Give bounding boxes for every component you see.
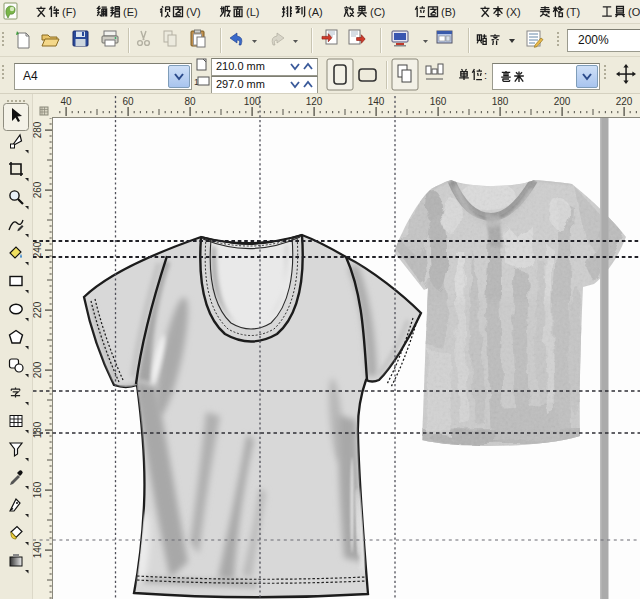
svg-text:60: 60	[122, 96, 134, 107]
svg-text:280: 280	[33, 121, 43, 138]
svg-text:160: 160	[430, 96, 447, 107]
svg-text:(C): (C)	[370, 6, 385, 18]
svg-text:180: 180	[33, 421, 43, 438]
svg-text:100: 100	[244, 96, 261, 107]
svg-text:(V): (V)	[186, 6, 201, 18]
svg-text:80: 80	[184, 96, 196, 107]
svg-text:240: 240	[33, 241, 43, 258]
svg-text:40: 40	[60, 96, 72, 107]
svg-text:(A): (A)	[308, 6, 323, 18]
svg-text:120: 120	[306, 96, 323, 107]
svg-text:220: 220	[33, 301, 43, 318]
svg-text:200: 200	[554, 96, 571, 107]
svg-text:(B): (B)	[441, 6, 456, 18]
svg-text:(L): (L)	[246, 6, 259, 18]
svg-text:160: 160	[33, 481, 43, 498]
svg-text:(E): (E)	[123, 6, 138, 18]
svg-text:180: 180	[492, 96, 509, 107]
svg-text:(T): (T)	[566, 6, 580, 18]
svg-text:220: 220	[616, 96, 633, 107]
svg-text:140: 140	[368, 96, 385, 107]
svg-text::: :	[484, 69, 487, 81]
svg-text:(F): (F)	[62, 6, 76, 18]
svg-text:(O: (O	[628, 6, 640, 18]
svg-text:200: 200	[33, 361, 43, 378]
svg-text:260: 260	[33, 181, 43, 198]
svg-text:140: 140	[33, 541, 43, 558]
svg-text:(X): (X)	[506, 6, 521, 18]
